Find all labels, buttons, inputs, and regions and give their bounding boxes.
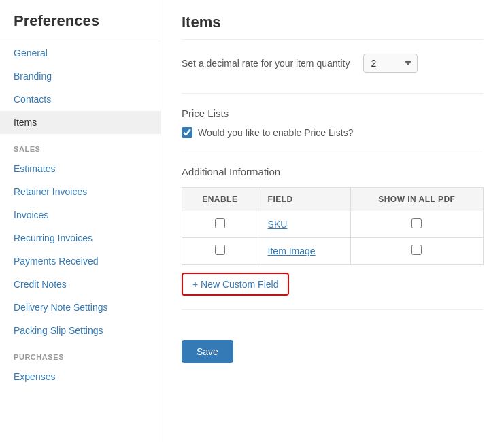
price-lists-label[interactable]: Would you like to enable Price Lists? (198, 127, 354, 138)
sidebar-title: Preferences (0, 0, 161, 41)
sku-show-pdf-cell (350, 211, 483, 238)
item-image-field-link[interactable]: Item Image (268, 245, 316, 256)
additional-info-section: Additional Information ENABLE FIELD SHOW… (182, 166, 484, 310)
sidebar-item-estimates[interactable]: Estimates (0, 157, 161, 180)
sku-name-cell: SKU (258, 211, 350, 238)
sidebar: Preferences General Branding Contacts It… (0, 0, 161, 442)
item-image-show-pdf-checkbox[interactable] (411, 245, 422, 255)
sidebar-item-invoices[interactable]: Invoices (0, 203, 161, 226)
item-image-enable-checkbox[interactable] (215, 245, 225, 255)
decimal-rate-section: Set a decimal rate for your item quantit… (182, 54, 484, 94)
price-lists-checkbox[interactable] (182, 127, 192, 138)
decimal-rate-select[interactable]: 0 1 2 3 4 5 6 (363, 54, 418, 73)
price-lists-title: Price Lists (182, 107, 484, 119)
sku-field-link[interactable]: SKU (268, 219, 288, 230)
sidebar-item-payments-received[interactable]: Payments Received (0, 250, 161, 273)
decimal-rate-row: Set a decimal rate for your item quantit… (182, 54, 484, 73)
table-row: SKU (182, 211, 484, 238)
col-header-enable: ENABLE (182, 188, 258, 211)
price-lists-section: Price Lists Would you like to enable Pri… (182, 107, 484, 152)
save-button[interactable]: Save (182, 340, 233, 363)
page-title: Items (182, 14, 484, 40)
sku-enable-cell (182, 211, 258, 238)
sku-show-pdf-checkbox[interactable] (411, 218, 422, 228)
table-header-row: ENABLE FIELD SHOW IN ALL PDF (182, 188, 484, 211)
price-lists-checkbox-row: Would you like to enable Price Lists? (182, 127, 484, 138)
sidebar-item-packing-slip-settings[interactable]: Packing Slip Settings (0, 319, 161, 342)
sidebar-item-items[interactable]: Items (0, 111, 161, 134)
sku-enable-checkbox[interactable] (215, 218, 225, 228)
col-header-show-pdf: SHOW IN ALL PDF (350, 188, 483, 211)
item-image-enable-cell (182, 238, 258, 265)
main-content: Items Set a decimal rate for your item q… (161, 0, 504, 442)
sidebar-item-contacts[interactable]: Contacts (0, 88, 161, 111)
sidebar-item-recurring-invoices[interactable]: Recurring Invoices (0, 226, 161, 250)
sidebar-item-branding[interactable]: Branding (0, 65, 161, 88)
item-image-name-cell: Item Image (258, 238, 350, 265)
fields-table: ENABLE FIELD SHOW IN ALL PDF SKU (182, 187, 484, 265)
additional-info-title: Additional Information (182, 166, 484, 177)
decimal-rate-label: Set a decimal rate for your item quantit… (182, 58, 350, 69)
item-image-show-pdf-cell (350, 238, 483, 265)
sidebar-item-retainer-invoices[interactable]: Retainer Invoices (0, 180, 161, 203)
sidebar-sales-label: SALES (0, 134, 161, 157)
sidebar-item-expenses[interactable]: Expenses (0, 365, 161, 388)
table-row: Item Image (182, 238, 484, 265)
new-custom-field-button[interactable]: + New Custom Field (182, 273, 289, 296)
sidebar-purchases-label: PURCHASES (0, 342, 161, 365)
sidebar-item-general[interactable]: General (0, 41, 161, 65)
sidebar-main-nav: General Branding Contacts Items (0, 41, 161, 134)
col-header-field: FIELD (258, 188, 350, 211)
sidebar-item-delivery-note-settings[interactable]: Delivery Note Settings (0, 296, 161, 319)
sidebar-item-credit-notes[interactable]: Credit Notes (0, 273, 161, 296)
